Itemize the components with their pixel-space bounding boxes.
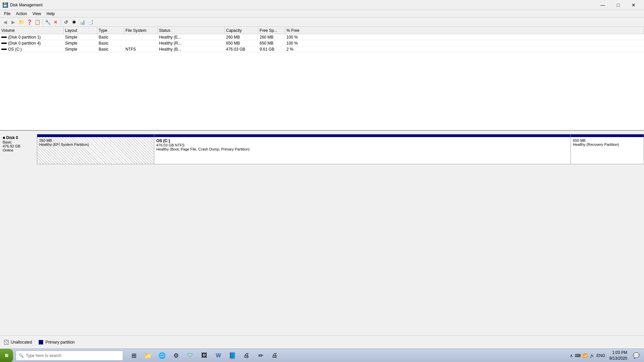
menu-help[interactable]: Help [44, 11, 58, 17]
disk-type: Basic [3, 140, 34, 144]
disk-size: 476.92 GB [3, 144, 34, 148]
vol-cap-3: 476.03 GB [225, 46, 258, 52]
legend-unallocated: Unallocated [4, 340, 32, 345]
word-icon[interactable]: W [212, 349, 225, 362]
vol-status-2: Healthy (R... [158, 40, 225, 46]
close-button[interactable]: ✕ [626, 0, 641, 10]
disk-partitions: 260 MB Healthy (EFI System Partition) OS… [37, 134, 644, 164]
col-filesystem: File System [124, 27, 158, 34]
partition-os[interactable]: OS (C:) 476.03 GB NTFS Healthy (Boot, Pa… [154, 134, 571, 164]
vol-status-3: Healthy (B... [158, 46, 225, 52]
table-row[interactable]: OS (C:) Simple Basic NTFS Healthy (B... … [0, 46, 644, 52]
vol-cap-2: 650 MB [225, 40, 258, 46]
wifi-icon[interactable]: 📶 [583, 353, 588, 358]
properties-button[interactable]: 📋 [34, 18, 41, 26]
vol-fs-1 [124, 34, 158, 40]
vol-fs-2 [124, 40, 158, 46]
printer-icon[interactable]: 🖨 [240, 349, 253, 362]
title-bar-left: 💾 Disk Management [3, 2, 43, 8]
vol-pct-3: 2 % [285, 46, 644, 52]
table-row[interactable]: (Disk 0 partition 1) Simple Basic Health… [0, 34, 644, 40]
menu-file[interactable]: File [1, 11, 13, 17]
os-content: OS (C:) 476.03 GB NTFS Healthy (Boot, Pa… [154, 137, 571, 164]
disk-status: Online [3, 148, 34, 152]
photos-icon[interactable]: 🖼 [198, 349, 211, 362]
minimize-button[interactable]: — [595, 0, 610, 10]
disk-name: ■ Disk 0 [3, 135, 34, 140]
search-placeholder-text: Type here to search [26, 353, 61, 358]
help-button[interactable]: ❓ [25, 18, 33, 26]
vol-name-2: (Disk 0 partition 4) [0, 40, 64, 46]
menu-action[interactable]: Action [13, 11, 30, 17]
os-name: OS (C:) [156, 138, 569, 143]
title-bar: 💾 Disk Management — □ ✕ [0, 0, 644, 10]
shield-icon[interactable]: 🛡 [183, 349, 197, 362]
os-size: 476.03 GB NTFS [156, 143, 569, 147]
table-row[interactable]: (Disk 0 partition 4) Simple Basic Health… [0, 40, 644, 46]
system-tray: ∧ ⌨ 📶 🔊 ENG [570, 353, 605, 358]
vol-name-3: OS (C:) [0, 46, 64, 52]
start-button[interactable]: ⊞ [0, 349, 13, 362]
col-type: Type [97, 27, 124, 34]
recovery-bar [571, 134, 644, 137]
legend-unalloc-box [4, 340, 9, 345]
col-capacity: Capacity [225, 27, 258, 34]
settings-button[interactable]: 🔧 [44, 18, 51, 26]
taskbar-search-box[interactable]: 🔍 Type here to search [16, 351, 123, 361]
star-button[interactable]: ✱ [70, 18, 78, 26]
vol-layout-2: Simple [64, 40, 97, 46]
chrome-icon[interactable]: 🌐 [155, 349, 169, 362]
legend-bar: Unallocated Primary partition [0, 335, 644, 349]
forward-button[interactable]: ▶ [9, 18, 17, 26]
window-controls: — □ ✕ [595, 0, 641, 10]
legend-unalloc-label: Unallocated [11, 340, 32, 345]
col-layout: Layout [64, 27, 97, 34]
vol-free-2: 650 MB [258, 40, 285, 46]
vol-name-1: (Disk 0 partition 1) [0, 34, 64, 40]
chart-button[interactable]: 📊 [78, 18, 86, 26]
settings-taskbar-icon[interactable]: ⚙ [169, 349, 183, 362]
legend-primary-label: Primary partition [45, 340, 74, 345]
vol-layout-1: Simple [64, 34, 97, 40]
onenote-icon[interactable]: 📘 [226, 349, 239, 362]
taskbar-pinned-apps: ⊞ 📁 🌐 ⚙ 🛡 🖼 W 📘 🖨 ✏ 🖨 [127, 349, 281, 362]
partition-recovery[interactable]: 650 MB Healthy (Recovery Partition) [571, 134, 644, 164]
notification-button[interactable]: 💬 [631, 349, 641, 362]
app-icon: 💾 [3, 2, 8, 8]
keyboard-icon[interactable]: ⌨ [575, 353, 581, 358]
col-volume: Volume [0, 27, 64, 34]
back-button[interactable]: ◀ [1, 18, 9, 26]
col-status: Status [158, 27, 225, 34]
disk-label-0: ■ Disk 0 Basic 476.92 GB Online [0, 134, 37, 164]
table-header: Volume Layout Type File System Status Ca… [0, 27, 644, 34]
efi-bar [37, 134, 154, 137]
folder-button[interactable]: 📁 [17, 18, 25, 26]
fax-icon[interactable]: 🖨 [268, 349, 281, 362]
chevron-up-icon[interactable]: ∧ [570, 353, 573, 358]
toolbar-separator-1 [42, 19, 43, 25]
language-indicator: ENG [597, 353, 605, 358]
efi-status: Healthy (EFI System Partition) [39, 142, 152, 146]
disk-area: ■ Disk 0 Basic 476.92 GB Online 260 MB H… [0, 131, 644, 335]
menu-view[interactable]: View [30, 11, 44, 17]
refresh-button[interactable]: ↺ [62, 18, 70, 26]
clock-display[interactable]: 1:03 PM 9/13/2020 [607, 350, 630, 361]
vol-cap-1: 260 MB [225, 34, 258, 40]
recovery-status: Healthy (Recovery Partition) [573, 142, 642, 146]
volume-icon[interactable]: 🔊 [590, 353, 595, 358]
maximize-button[interactable]: □ [610, 0, 626, 10]
taskview-button[interactable]: ⊞ [127, 349, 141, 362]
toolbar: ◀ ▶ 📁 ❓ 📋 🔧 ✕ ↺ ✱ 📊 📑 [0, 17, 644, 27]
efi-size: 260 MB [39, 138, 152, 142]
pen-icon[interactable]: ✏ [254, 349, 267, 362]
main-area: Volume Layout Type File System Status Ca… [0, 27, 644, 335]
partition-efi[interactable]: 260 MB Healthy (EFI System Partition) [37, 134, 154, 164]
file-explorer-icon[interactable]: 📁 [141, 349, 155, 362]
search-icon: 🔍 [19, 353, 24, 358]
cancel-button[interactable]: ✕ [52, 18, 59, 26]
volume-list-panel: Volume Layout Type File System Status Ca… [0, 27, 644, 131]
disk-row-0: ■ Disk 0 Basic 476.92 GB Online 260 MB H… [0, 134, 644, 164]
doc-button[interactable]: 📑 [87, 18, 94, 26]
col-pct-free: % Free [285, 27, 644, 34]
start-windows-icon: ⊞ [5, 353, 8, 358]
